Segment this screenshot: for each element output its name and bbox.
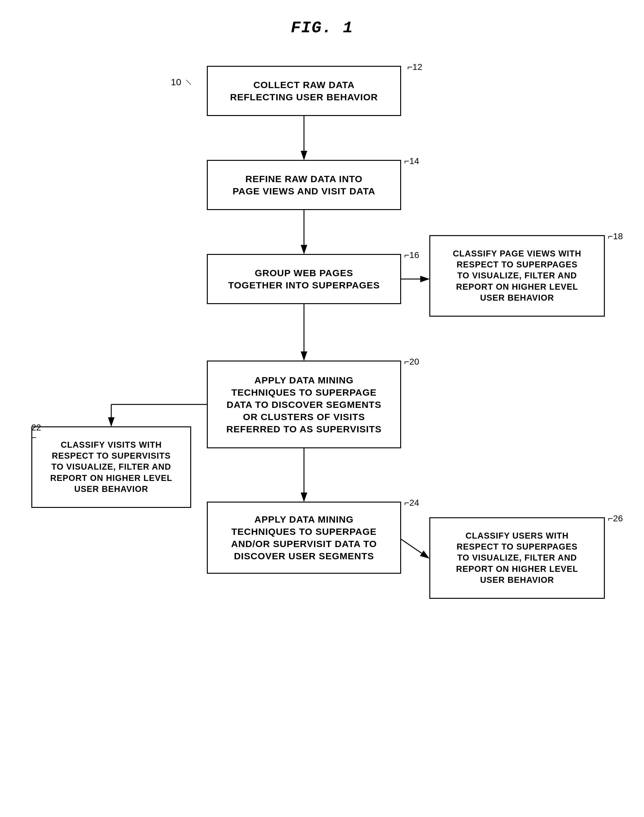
ref-16: ⌐16 bbox=[404, 250, 419, 260]
svg-line-8 bbox=[401, 539, 429, 558]
diagram-container: COLLECT RAW DATAREFLECTING USER BEHAVIOR… bbox=[0, 41, 644, 809]
ref-24: ⌐24 bbox=[404, 498, 419, 508]
ref-14: ⌐14 bbox=[404, 156, 419, 166]
box-26: CLASSIFY USERS WITHRESPECT TO SUPERPAGES… bbox=[429, 517, 605, 599]
box-14: REFINE RAW DATA INTOPAGE VIEWS AND VISIT… bbox=[207, 160, 401, 210]
box-24: APPLY DATA MININGTECHNIQUES TO SUPERPAGE… bbox=[207, 502, 401, 574]
ref-20: ⌐20 bbox=[404, 357, 419, 367]
ref-10: 10 ⟍ bbox=[171, 77, 193, 88]
box-16: GROUP WEB PAGESTOGETHER INTO SUPERPAGES bbox=[207, 254, 401, 304]
box-12: COLLECT RAW DATAREFLECTING USER BEHAVIOR bbox=[207, 66, 401, 116]
box-20: APPLY DATA MININGTECHNIQUES TO SUPERPAGE… bbox=[207, 361, 401, 448]
ref-22: 22⌐ bbox=[31, 422, 41, 443]
ref-26: ⌐26 bbox=[608, 513, 623, 524]
page-title: FIG. 1 bbox=[0, 19, 644, 37]
ref-18: ⌐18 bbox=[608, 231, 623, 241]
box-18: CLASSIFY PAGE VIEWS WITHRESPECT TO SUPER… bbox=[429, 235, 605, 316]
ref-12: ⌐12 bbox=[407, 62, 422, 72]
box-22: CLASSIFY VISITS WITHRESPECT TO SUPERVISI… bbox=[31, 426, 191, 508]
